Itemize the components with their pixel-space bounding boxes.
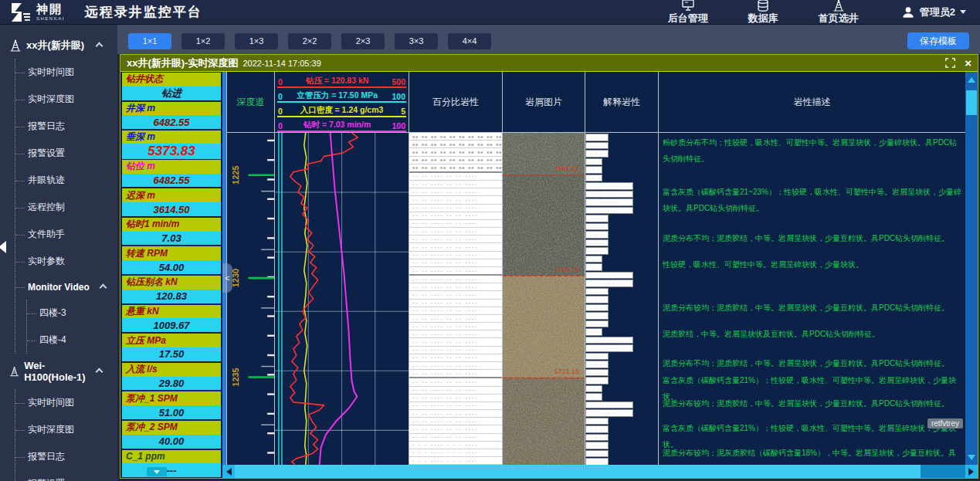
sidebar-item[interactable]: 实时参数	[15, 248, 117, 275]
interpreted-lithology-cell: - - -	[585, 304, 609, 312]
lithology-symbol-row: -- -- ---- -- -- ----	[409, 347, 502, 354]
param-label: 入流 l/s	[122, 363, 221, 377]
param-label: 钻井状态	[122, 73, 221, 86]
panel-titlebar: xx井(新井眼)-实时深度图2022-11-14 17:05:39 ×	[120, 55, 978, 72]
lithology-symbol-row: -- -- ---- -- -- ----	[409, 410, 502, 418]
layout-button-1x3[interactable]: 1×3	[235, 33, 278, 49]
sidebar-item[interactable]: 实时深度图	[15, 86, 117, 113]
scroll-left-icon[interactable]	[222, 465, 235, 478]
cuttings-photo-track: 1181.211190.151721.16	[503, 133, 585, 465]
interpreted-lithology-cell: - - -	[585, 166, 602, 174]
interpreted-lithology-cell: - - -	[585, 385, 602, 393]
lithology-symbol-row: -- -- ---- -- -- ----	[409, 252, 502, 259]
chart-collapse-handle[interactable]	[222, 263, 232, 293]
lithology-symbol-row: -- -- ---- -- -- ----	[409, 267, 502, 276]
close-icon[interactable]: ×	[965, 57, 972, 69]
vertical-scroll-thumb[interactable]	[966, 90, 977, 115]
param-value: 3614.50	[122, 202, 221, 216]
layout-button-1x1[interactable]: 1×1	[128, 33, 171, 49]
sidebar-item[interactable]: 报警日志	[15, 443, 117, 470]
app: 神開 SHENKAI 远程录井监控平台 后台管理数据库首页选井 管理员2 xx井…	[0, 0, 980, 481]
param-label: 钻时1 min/m	[122, 218, 221, 232]
lithology-symbol-row: == == == == == == == == == ==	[409, 141, 502, 148]
sidebar-item[interactable]: 实时深度图	[15, 416, 117, 443]
scroll-right-icon[interactable]	[965, 465, 978, 478]
sidebar-item[interactable]: 文件助手	[15, 221, 117, 248]
app-header: 神開 SHENKAI 远程录井监控平台 后台管理数据库首页选井 管理员2	[0, 0, 980, 25]
nav-label: 首页选井	[819, 12, 859, 25]
depth-track-column: 深度道 122512301235	[227, 72, 275, 465]
scroll-up-icon[interactable]	[965, 73, 978, 85]
parameter-block: 钻压别名 kN120.83	[122, 276, 221, 303]
layout-buttons: 1×11×21×32×22×33×34×4	[128, 33, 491, 49]
layout-button-3x3[interactable]: 3×3	[395, 33, 438, 49]
lithology-symbol-row: -- -- ---- -- -- ----	[409, 283, 502, 291]
lithology-symbol-row: -- -- ---- -- -- ----	[409, 243, 502, 251]
lithology-symbol-row: -- -- ---- -- -- ----	[409, 181, 502, 188]
layout-button-1x2[interactable]: 1×2	[181, 33, 225, 49]
interpreted-lithology-cell: - - -	[585, 450, 609, 458]
interpreted-lithology-cell: - - -	[585, 247, 609, 255]
sidebar-item[interactable]: 四楼-4	[27, 327, 117, 354]
scroll-down-icon[interactable]	[965, 452, 978, 463]
sidebar-item[interactable]: 报警日志	[15, 113, 117, 140]
sidebar-item[interactable]: 井眼轨迹	[15, 167, 117, 194]
interpreted-lithology-cell: - - -	[585, 296, 609, 303]
horizontal-scrollbar[interactable]	[222, 465, 978, 478]
horizontal-scroll-thumb[interactable]	[235, 465, 921, 478]
sidebar-item[interactable]: 实时时间图	[15, 59, 117, 86]
nav-database-item[interactable]: 数据库	[748, 0, 778, 25]
svg-text:1721.16: 1721.16	[554, 368, 579, 375]
interpreted-lithology-cell: - - -	[585, 263, 602, 271]
user-menu[interactable]: 管理员2	[901, 5, 966, 19]
sidebar-item[interactable]: 报警设置	[15, 470, 117, 481]
lithology-symbol-row: -- -- ---- -- -- ----	[409, 188, 502, 196]
param-value: 54.00	[122, 260, 221, 274]
panel-title: xx井(新井眼)-实时深度图2022-11-14 17:05:39	[127, 56, 321, 70]
lithology-symbol-row: -- -- ---- -- -- ----	[409, 323, 502, 330]
interpreted-lithology-cell: - - -	[585, 377, 609, 384]
param-label: 垂深 m	[122, 130, 221, 144]
layout-button-2x3[interactable]: 2×3	[341, 33, 385, 49]
param-value: 17.50	[122, 347, 221, 361]
lithology-symbol-row: -- -- ---- -- -- ----	[409, 425, 502, 433]
vertical-scrollbar[interactable]	[965, 72, 978, 465]
lithology-symbol-row: -- -- ---- -- -- ----	[409, 362, 502, 370]
sidebar-well-1[interactable]: Wei-H100(Hole-1)	[9, 354, 117, 389]
param-dropdown[interactable]	[147, 467, 167, 476]
chevron-up-icon	[99, 283, 107, 291]
parameter-block: 垂深 m5373.83	[122, 130, 221, 158]
save-template-button[interactable]: 保存模板	[907, 32, 969, 49]
sidebar-item[interactable]: 报警设置	[15, 140, 117, 167]
nav-derrick-item[interactable]: 首页选井	[819, 0, 859, 25]
layout-button-4x4[interactable]: 4×4	[448, 33, 491, 49]
lithology-symbol-row: -- -- ---- -- -- ----	[409, 370, 502, 378]
header-nav: 后台管理数据库首页选井	[668, 0, 859, 25]
parameter-block: 入流 l/s29.80	[122, 363, 221, 391]
sidebar-well-0[interactable]: xx井(新井眼)	[9, 32, 117, 59]
sidebar-item[interactable]: 四楼-3	[27, 300, 117, 327]
interpreted-lithology-cell: - - -	[585, 223, 609, 231]
sidebar-collapse-handle[interactable]	[0, 241, 6, 253]
lithology-symbol-row: -- -- ---- -- -- ----	[409, 315, 502, 323]
sidebar-item[interactable]: 实时时间图	[15, 389, 117, 416]
lithology-description-text: 泥质胶结，中等。岩屑呈块状及豆粒状。具PDC钻头切削特征。	[663, 326, 962, 342]
nav-monitor-item[interactable]: 后台管理	[668, 0, 708, 25]
interpreted-lithology-cell: - - -	[585, 458, 609, 465]
lithology-symbol-row: -- -- ---- -- -- ----	[409, 300, 502, 307]
interpreted-lithology-cell: - - -	[585, 418, 609, 425]
interpreted-lithology-cell: - - -	[585, 174, 602, 182]
sidebar-group-monitor-video[interactable]: Monitor Video	[15, 275, 117, 300]
sidebar-item[interactable]: 远程控制	[15, 194, 117, 221]
interpreted-lithology-cell: - - -	[585, 312, 609, 320]
param-label: 转速 RPM	[122, 246, 221, 260]
expand-icon[interactable]	[945, 58, 955, 68]
param-value: 6482.55	[122, 115, 221, 129]
interpreted-lithology-cell: - - -	[585, 369, 609, 377]
lithology-description-text: 泥质分布较均；泥质胶结，中等。岩屑呈块状，少量豆粒状。具PDC钻头切削特征。	[663, 300, 962, 316]
interpreted-lithology-cell: - - -	[585, 401, 633, 409]
lithology-description-track: 粉砂质分布不均；性较硬，吸水性、可塑性中等。岩屑呈块状，少量碎块状。具PDC钻头…	[659, 133, 965, 465]
lithology-symbol-row: == == == == == == == == == ==	[409, 133, 502, 141]
lithology-symbol-row: -- -- ---- -- -- ----	[409, 434, 502, 442]
layout-button-2x2[interactable]: 2×2	[288, 33, 331, 49]
